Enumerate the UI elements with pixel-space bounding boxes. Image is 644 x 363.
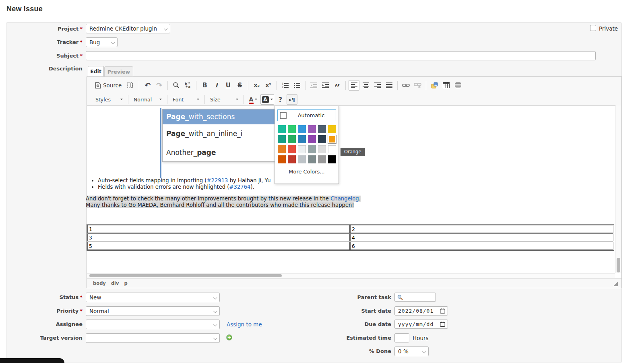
assignee-select[interactable] xyxy=(86,320,220,329)
color-swatch-3498db[interactable] xyxy=(298,125,306,133)
table-cell[interactable]: 3 xyxy=(87,233,350,241)
color-swatch-ecf0f1[interactable] xyxy=(298,145,306,153)
justify-button[interactable] xyxy=(384,80,394,91)
autocomplete-item[interactable]: Another_page xyxy=(163,143,277,162)
tab-preview[interactable]: Preview xyxy=(104,66,133,77)
undo-button[interactable]: ↶ xyxy=(142,80,153,91)
issue-link-32764[interactable]: #32764 xyxy=(229,184,251,190)
unlink-button[interactable] xyxy=(412,80,423,91)
table-cell[interactable]: 1 xyxy=(87,225,350,233)
table-cell[interactable]: 5 xyxy=(87,242,350,250)
align-right-button[interactable] xyxy=(372,80,383,91)
automatic-color-option[interactable]: Automatic xyxy=(277,109,336,121)
status-select[interactable]: New xyxy=(86,293,220,302)
color-swatch-2ecc71[interactable] xyxy=(288,125,296,133)
color-swatch-95a5a6[interactable] xyxy=(308,145,316,153)
align-center-button[interactable] xyxy=(360,80,371,91)
color-swatch-e74c3c[interactable] xyxy=(288,145,296,153)
color-swatch-1abc9c[interactable] xyxy=(278,125,286,133)
styles-combo[interactable]: Styles xyxy=(93,95,126,104)
subject-input[interactable] xyxy=(86,51,596,60)
table-cell[interactable]: 4 xyxy=(350,233,613,241)
link-button[interactable] xyxy=(400,80,411,91)
color-swatch-999999[interactable] xyxy=(318,155,326,163)
start-date-label: Start date xyxy=(319,308,391,314)
target-version-select[interactable] xyxy=(86,333,220,343)
color-swatch-d35400[interactable] xyxy=(278,155,286,163)
background-color-button[interactable]: A xyxy=(260,94,274,105)
estimated-time-input[interactable] xyxy=(394,333,409,342)
numbered-list-button[interactable]: 12 xyxy=(280,80,291,91)
path-p[interactable]: p xyxy=(124,280,128,286)
priority-select[interactable]: Normal xyxy=(86,306,220,316)
color-swatch-000000[interactable] xyxy=(328,155,336,163)
parent-task-input[interactable] xyxy=(394,293,436,302)
horizontal-scrollbar-thumb[interactable] xyxy=(89,274,282,277)
tracker-select[interactable]: Bug xyxy=(86,37,118,47)
more-colors-button[interactable]: More Colors... xyxy=(275,169,339,175)
text-color-button[interactable]: A xyxy=(247,94,260,105)
table-cell[interactable]: 6 xyxy=(350,242,613,250)
changelog-link[interactable]: Changelog xyxy=(330,196,359,202)
autocomplete-item[interactable]: Page_with_sections xyxy=(163,109,277,124)
color-swatch-9b59b6[interactable] xyxy=(308,125,316,133)
toolbar-separator xyxy=(139,81,139,90)
italic-button[interactable]: I xyxy=(211,80,222,91)
color-swatch-dddddd[interactable] xyxy=(318,145,326,153)
color-swatch-orange[interactable] xyxy=(328,135,336,143)
image-button[interactable] xyxy=(429,80,440,91)
color-swatch-16a085[interactable] xyxy=(278,135,286,143)
page-title: New issue xyxy=(6,5,43,13)
align-left-button[interactable] xyxy=(349,80,359,91)
paragraph-format-combo[interactable]: Normal xyxy=(131,95,165,104)
start-date-input[interactable]: 2022/08/01 xyxy=(394,306,448,316)
autocomplete-item[interactable]: Page_with_an_inline_i xyxy=(163,124,277,143)
done-ratio-select[interactable]: 0 % xyxy=(394,346,429,356)
table-button[interactable] xyxy=(441,80,452,91)
vertical-scrollbar-thumb[interactable] xyxy=(617,258,620,272)
color-swatch-27ae60[interactable] xyxy=(288,135,296,143)
tab-edit[interactable]: Edit xyxy=(88,66,104,76)
assign-to-me-link[interactable]: Assign to me xyxy=(227,321,262,328)
color-swatch-bdc3c7[interactable] xyxy=(298,155,306,163)
editor-vertical-scrollbar[interactable] xyxy=(615,105,621,273)
replace-button[interactable]: ba xyxy=(182,80,193,91)
subscript-button[interactable]: x₂ xyxy=(251,80,262,91)
source-button[interactable]: Source xyxy=(92,80,124,91)
horizontal-rule-button[interactable] xyxy=(452,80,463,91)
font-combo[interactable]: Font xyxy=(170,95,202,104)
underline-button[interactable]: U xyxy=(223,80,233,91)
select-all-button[interactable] xyxy=(125,80,136,91)
path-body[interactable]: body xyxy=(93,280,106,286)
color-swatch-ffffff[interactable] xyxy=(328,145,336,153)
issue-link-22913[interactable]: #22913 xyxy=(206,177,228,184)
size-combo[interactable]: Size xyxy=(207,95,241,104)
superscript-button[interactable]: x² xyxy=(263,80,274,91)
color-swatch-4e5f70[interactable] xyxy=(318,125,326,133)
private-checkbox[interactable] xyxy=(590,25,596,31)
path-div[interactable]: div xyxy=(111,280,119,286)
color-swatch-f1c40f[interactable] xyxy=(328,125,336,133)
color-swatch-2980b9[interactable] xyxy=(298,135,306,143)
bullet-list-button[interactable] xyxy=(291,80,302,91)
editor-resize-handle[interactable] xyxy=(613,282,618,286)
indent-button[interactable] xyxy=(320,80,331,91)
add-version-button[interactable]: + xyxy=(226,334,232,340)
color-swatch-2c3e50[interactable] xyxy=(318,135,326,143)
strikethrough-button[interactable]: S xyxy=(234,80,245,91)
project-select[interactable]: Redmine CKEditor plugin xyxy=(86,24,170,33)
due-date-input[interactable]: yyyy/mm/dd xyxy=(394,320,448,329)
color-swatch-c0392b[interactable] xyxy=(288,155,296,163)
redo-button[interactable]: ↷ xyxy=(154,80,165,91)
find-button[interactable] xyxy=(171,80,182,91)
color-swatch-8e44ad[interactable] xyxy=(308,135,316,143)
color-swatch-7f8c8d[interactable] xyxy=(308,155,316,163)
text-direction-ltr-button[interactable]: ▸¶ xyxy=(287,94,297,105)
color-swatch-e67e22[interactable] xyxy=(278,145,286,153)
outdent-button[interactable] xyxy=(308,80,319,91)
align-center-icon xyxy=(363,82,369,88)
about-button[interactable]: ? xyxy=(275,94,286,105)
table-cell[interactable]: 2 xyxy=(350,225,613,233)
bold-button[interactable]: B xyxy=(199,80,210,91)
blockquote-button[interactable]: ” xyxy=(332,80,343,91)
